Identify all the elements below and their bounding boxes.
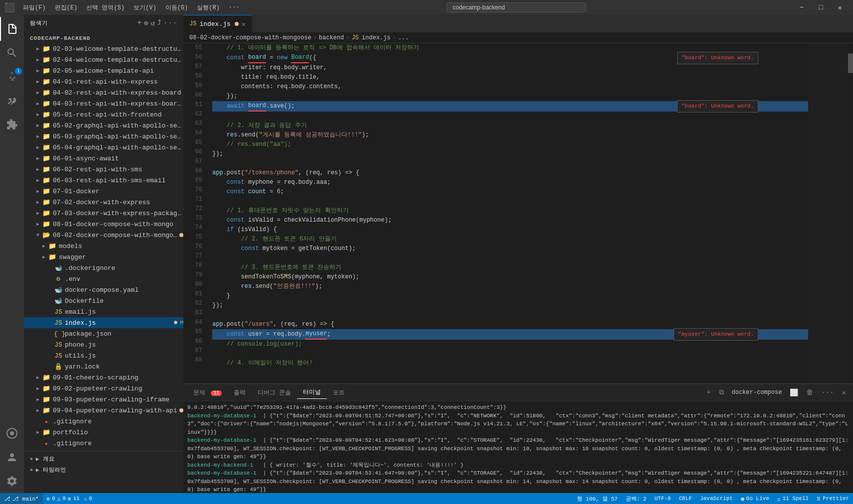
- terminal-layout-icon[interactable]: ⬜: [787, 387, 801, 398]
- sidebar-item-package-json[interactable]: { } package.json: [24, 328, 183, 339]
- sidebar-item-02-04[interactable]: ▶ 📁 02-04-welcome-template-destructuring…: [24, 54, 183, 65]
- source-control-activity-icon[interactable]: 1: [0, 65, 24, 89]
- title-search-input[interactable]: [446, 2, 586, 12]
- breadcrumb-backend[interactable]: backend: [319, 34, 344, 41]
- timeline-section[interactable]: ▶ ▶ 타임라인: [24, 464, 183, 475]
- sidebar-item-06-01[interactable]: ▶ 📁 06-01-async-await: [24, 153, 183, 164]
- terminal-tab-terminal[interactable]: 터미널: [297, 386, 327, 399]
- close-button[interactable]: ✕: [831, 2, 849, 13]
- breadcrumb-root[interactable]: 08-02-docker-compose-with-mongoose: [189, 34, 311, 41]
- sidebar-item-phone-js[interactable]: JS phone.js: [24, 339, 183, 350]
- sidebar-item-07-03[interactable]: ▶ 📁 07-03-docker-with-express-package-js…: [24, 208, 183, 219]
- new-file-icon[interactable]: +: [138, 19, 142, 27]
- scrollbar-thumb[interactable]: [848, 53, 853, 73]
- account-activity-icon[interactable]: [0, 445, 24, 469]
- terminal-more-icon[interactable]: ···: [818, 387, 837, 397]
- sidebar-item-02-05[interactable]: ▶ 📁 02-05-welcome-template-api: [24, 65, 183, 76]
- sidebar-item-09-02[interactable]: ▶ 📁 09-02-pupeteer-crawling: [24, 383, 183, 394]
- add-terminal-icon[interactable]: +: [704, 387, 713, 397]
- sidebar-item-09-01[interactable]: ▶ 📁 09-01-cheerio-scraping: [24, 372, 183, 383]
- sidebar-item-env[interactable]: ⚙ .env: [24, 273, 183, 284]
- dot: .send(: [252, 282, 273, 291]
- sidebar-item-04-02[interactable]: ▶ 📁 04-02-rest-api-with-express-board: [24, 87, 183, 98]
- sidebar-item-gitignore2[interactable]: ⬥ .gitignore: [24, 438, 183, 449]
- explorer-icon[interactable]: [0, 17, 24, 41]
- sidebar-item-dockerignore[interactable]: 🐋 .dockerignore: [24, 262, 183, 273]
- terminal-close-icon[interactable]: ✕: [839, 387, 849, 398]
- sidebar-item-portfolio[interactable]: ▶ 📁 portfolio: [24, 427, 183, 438]
- menu-file[interactable]: 파일(F): [19, 2, 50, 13]
- sidebar-item-08-02[interactable]: ▼ 📂 08-02-docker-compose-with-mongoose\.…: [24, 230, 183, 241]
- menu-edit[interactable]: 편집(E): [51, 2, 82, 13]
- sidebar-item-swagger[interactable]: ▶ 📁 swagger: [24, 252, 183, 262]
- sidebar-item-utils-js[interactable]: JS utils.js: [24, 350, 183, 361]
- sidebar-item-04-01[interactable]: ▶ 📁 04-01-rest-api-with-express: [24, 76, 183, 87]
- breadcrumb-file[interactable]: index.js: [362, 34, 391, 41]
- editor-scrollbar[interactable]: [848, 43, 853, 383]
- sidebar-item-05-03[interactable]: ▶ 📁 05-03-graphql-api-with-apollo-server…: [24, 131, 183, 142]
- settings-activity-icon[interactable]: [0, 469, 24, 493]
- collapse-icon[interactable]: ⤴: [157, 19, 161, 27]
- tab-close-button[interactable]: ✕: [242, 20, 246, 28]
- status-language[interactable]: JavaScript: [696, 493, 737, 504]
- outline-section[interactable]: ▶ ▶ 개요: [24, 453, 183, 464]
- menu-more[interactable]: ···: [225, 3, 244, 12]
- terminal-tab-debug[interactable]: 디버그 콘솔: [252, 386, 297, 399]
- tab-index-js[interactable]: JS index.js ✕: [183, 15, 252, 32]
- sidebar-item-05-02[interactable]: ▶ 📁 05-02-graphql-api-with-apollo-server: [24, 120, 183, 131]
- terminal-tab-problems[interactable]: 문제 11: [187, 386, 228, 399]
- sidebar-item-dockerfile[interactable]: 🐋 Dockerfile: [24, 295, 183, 306]
- menu-view[interactable]: 보기(V): [130, 2, 160, 13]
- menu-selection[interactable]: 선택 영역(S): [82, 2, 129, 13]
- status-prettier[interactable]: ⧖ Prettier: [813, 493, 853, 504]
- sidebar-item-models[interactable]: ▶ 📁 models: [24, 241, 183, 252]
- sidebar-item-02-03[interactable]: ▶ 📁 02-03-welcome-template-destructuring…: [24, 43, 183, 54]
- more-actions-icon[interactable]: ···: [163, 19, 177, 27]
- dot: .send(: [237, 130, 259, 140]
- status-line-ending[interactable]: CRLF: [675, 493, 696, 504]
- refresh-icon[interactable]: ↺: [150, 19, 155, 27]
- sidebar-item-09-04[interactable]: ▶ 📁 09-04-pupeteer-crawling-with-api: [24, 405, 183, 416]
- sidebar-item-05-01[interactable]: ▶ 📁 05-01-rest-api-with-frontend: [24, 109, 183, 120]
- status-position[interactable]: 행 100, 열 57: [573, 493, 621, 504]
- sidebar-item-07-01[interactable]: ▶ 📁 07-01-docker: [24, 186, 183, 197]
- status-branch[interactable]: ⎇ ⎇ main*: [0, 493, 43, 504]
- status-errors[interactable]: ⊗ 0 △ 0 ⊗ 11 ⚠ 0: [43, 493, 97, 504]
- extensions-activity-icon[interactable]: [0, 113, 24, 136]
- status-notifications[interactable]: △ 11 Spell: [773, 493, 813, 504]
- terminal-tab-ports[interactable]: 포트: [327, 386, 351, 399]
- comment-72: // 1. 휴대폰번호 자릿수 맞는지 확인하기: [212, 206, 349, 216]
- info-count: 11: [73, 496, 80, 502]
- code-editor[interactable]: // 1. 데이터를 등록하는 로직 => DB에 접속해서 데이터 저장하기 …: [208, 43, 808, 383]
- sidebar-item-07-02[interactable]: ▶ 📁 07-02-docker-with-express: [24, 197, 183, 208]
- sidebar-item-gitignore[interactable]: ⬥ .gitignore: [24, 416, 183, 427]
- sidebar-item-yarn-lock[interactable]: 🔒 yarn.lock: [24, 361, 183, 372]
- new-folder-icon[interactable]: ⊕: [144, 19, 148, 27]
- maximize-button[interactable]: □: [812, 2, 830, 13]
- terminal-delete-icon[interactable]: 🗑: [803, 387, 816, 397]
- sidebar-item-docker-compose[interactable]: 🐋 docker-compose.yaml: [24, 284, 183, 295]
- sidebar-item-index-js[interactable]: JS index.js ● M: [24, 317, 183, 328]
- menu-go[interactable]: 이동(G): [161, 2, 192, 13]
- sidebar-item-08-01[interactable]: ▶ 📁 08-01-docker-compose-with-mongo: [24, 219, 183, 230]
- hint-count: 0: [89, 496, 93, 502]
- sidebar-item-05-04[interactable]: ▶ 📁 05-04-graphql-api-with-apollo-server…: [24, 142, 183, 153]
- sidebar-item-06-02[interactable]: ▶ 📁 06-02-rest-api-with-sms: [24, 164, 183, 175]
- status-golive[interactable]: ◉ Go Live: [737, 493, 773, 504]
- terminal-tab-output[interactable]: 출력: [228, 386, 252, 399]
- status-encoding[interactable]: UTF-8: [650, 493, 675, 504]
- breadcrumb-symbol[interactable]: ...: [398, 34, 409, 41]
- editor-area: JS index.js ✕ 08-02-docker-compose-with-…: [183, 15, 853, 493]
- file-label: docker-compose.yaml: [65, 286, 183, 294]
- status-spaces[interactable]: 공백: 2: [622, 493, 651, 504]
- sidebar-item-04-03[interactable]: ▶ 📁 04-03-rest-api-with-express-board-sw…: [24, 98, 183, 109]
- sidebar-item-09-03[interactable]: ▶ 📁 09-03-pupeteer-crawling-iframe: [24, 394, 183, 405]
- split-terminal-icon[interactable]: ⧉: [716, 387, 727, 397]
- sidebar-item-email-js[interactable]: JS email.js: [24, 306, 183, 317]
- remote-activity-icon[interactable]: [0, 421, 24, 445]
- minimize-button[interactable]: −: [793, 2, 811, 13]
- search-activity-icon[interactable]: [0, 41, 24, 65]
- sidebar-item-06-03[interactable]: ▶ 📁 06-03-rest-api-with-sms-email: [24, 175, 183, 186]
- run-debug-activity-icon[interactable]: [0, 89, 24, 113]
- menu-run[interactable]: 실행(R): [193, 2, 224, 13]
